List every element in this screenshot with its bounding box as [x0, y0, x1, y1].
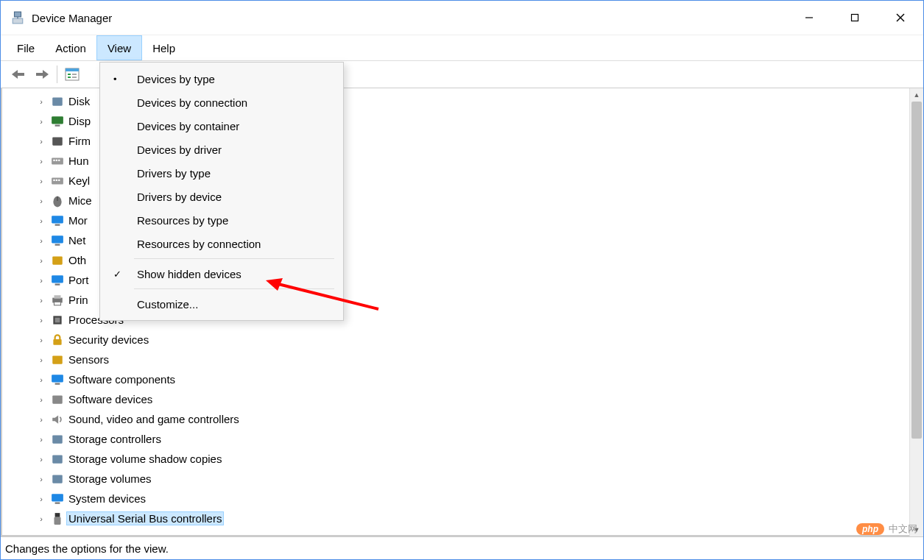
view-menu-item[interactable]: Devices by driver — [100, 138, 343, 161]
svg-rect-40 — [55, 317, 60, 322]
tree-node-label: Sensors — [68, 353, 109, 366]
view-menu-item[interactable]: Customize... — [100, 292, 343, 316]
chevron-right-icon[interactable]: › — [36, 196, 46, 205]
chevron-right-icon[interactable]: › — [36, 157, 46, 166]
view-menu-item[interactable]: Resources by connection — [100, 232, 343, 255]
scrollbar-track[interactable] — [910, 102, 923, 523]
view-menu-item[interactable]: Drivers by device — [100, 185, 343, 208]
menu-action[interactable]: Action — [45, 35, 96, 60]
chevron-right-icon[interactable]: › — [36, 177, 46, 185]
chevron-right-icon[interactable]: › — [36, 435, 46, 444]
forward-button[interactable] — [30, 64, 54, 85]
maximize-button[interactable] — [832, 1, 878, 35]
component-icon — [51, 373, 64, 386]
other-icon — [51, 254, 64, 267]
close-button[interactable] — [878, 1, 923, 35]
view-menu-item[interactable]: Resources by type — [100, 208, 343, 232]
svg-rect-35 — [55, 283, 60, 285]
chevron-right-icon[interactable]: › — [36, 375, 46, 384]
svg-rect-1 — [13, 18, 23, 24]
chevron-right-icon[interactable]: › — [36, 355, 46, 364]
tree-node[interactable]: ›Universal Serial Bus controllers — [24, 508, 909, 528]
svg-rect-17 — [55, 124, 60, 126]
menu-separator — [134, 258, 334, 259]
chevron-right-icon[interactable]: › — [36, 495, 46, 503]
tree-node-label: Software components — [68, 373, 175, 386]
chevron-right-icon[interactable]: › — [36, 276, 46, 285]
tree-node[interactable]: ›Software components — [24, 369, 909, 389]
svg-rect-26 — [58, 179, 60, 180]
chevron-right-icon[interactable]: › — [36, 216, 46, 225]
svg-rect-31 — [52, 235, 63, 243]
chevron-right-icon[interactable]: › — [36, 395, 46, 404]
tree-node-label: Storage controllers — [68, 433, 161, 445]
svg-rect-30 — [55, 224, 60, 225]
chevron-right-icon[interactable]: › — [36, 97, 46, 106]
back-button[interactable] — [7, 64, 30, 85]
tree-node-label: Disk — [68, 95, 90, 107]
volume-icon — [51, 472, 64, 486]
tree-node[interactable]: ›Sound, video and game controllers — [24, 409, 909, 429]
tree-node[interactable]: ›Sensors — [24, 350, 909, 369]
chevron-right-icon[interactable]: › — [36, 256, 46, 265]
svg-rect-43 — [52, 375, 63, 382]
view-menu-item[interactable]: •Devices by type — [100, 67, 343, 91]
svg-rect-13 — [72, 74, 77, 75]
tree-node[interactable]: ›Storage volumes — [24, 469, 909, 489]
tree-node[interactable]: ›Storage controllers — [24, 429, 909, 449]
tree-node-label: Port — [68, 274, 89, 286]
chevron-right-icon[interactable]: › — [36, 475, 46, 483]
view-menu-item[interactable]: Drivers by type — [100, 161, 343, 185]
tree-node[interactable]: ›System devices — [24, 489, 909, 508]
chevron-right-icon[interactable]: › — [36, 316, 46, 325]
keyboard-icon — [51, 174, 64, 188]
svg-rect-33 — [52, 256, 63, 264]
menu-help[interactable]: Help — [142, 35, 186, 60]
view-menu-item[interactable]: ✓Show hidden devices — [100, 262, 343, 286]
svg-rect-12 — [68, 77, 71, 78]
svg-rect-32 — [55, 244, 60, 245]
tree-node-label: Firm — [68, 135, 91, 147]
svg-rect-52 — [54, 517, 61, 524]
chevron-right-icon[interactable]: › — [36, 296, 46, 305]
chevron-right-icon[interactable]: › — [36, 336, 46, 344]
check-icon: ✓ — [113, 269, 121, 280]
chevron-right-icon[interactable]: › — [36, 236, 46, 245]
view-menu-item[interactable]: Devices by connection — [100, 91, 343, 114]
view-menu-item[interactable]: Devices by container — [100, 114, 343, 138]
menu-item-label: Devices by container — [137, 120, 239, 132]
sound-icon — [51, 413, 64, 426]
scrollbar-thumb[interactable] — [911, 102, 922, 439]
sensor-icon — [51, 353, 64, 366]
properties-button[interactable] — [60, 64, 84, 85]
vertical-scrollbar[interactable]: ▲ ▼ — [909, 88, 923, 536]
menu-view[interactable]: View — [96, 35, 142, 60]
software-icon — [51, 393, 64, 406]
tree-node[interactable]: ›Security devices — [24, 330, 909, 350]
watermark-badge: php — [856, 523, 884, 535]
tree-node-label: Universal Serial Bus controllers — [66, 511, 224, 525]
chevron-right-icon[interactable]: › — [36, 137, 46, 146]
menu-item-label: Resources by type — [137, 214, 228, 227]
chevron-right-icon[interactable]: › — [36, 455, 46, 464]
menu-file[interactable]: File — [7, 35, 45, 60]
chevron-right-icon[interactable]: › — [36, 117, 46, 126]
chevron-right-icon[interactable]: › — [36, 514, 46, 523]
tree-node[interactable]: ›Software devices — [24, 389, 909, 409]
svg-rect-50 — [55, 502, 60, 503]
chevron-right-icon[interactable]: › — [36, 415, 46, 424]
svg-rect-48 — [52, 475, 63, 483]
tree-node-label: Software devices — [68, 393, 152, 405]
svg-rect-42 — [52, 355, 63, 364]
minimize-button[interactable] — [786, 1, 832, 35]
tree-node-label: Oth — [68, 254, 86, 266]
svg-rect-10 — [66, 68, 79, 71]
menu-item-label: Devices by connection — [137, 96, 247, 109]
scroll-up-button[interactable]: ▲ — [910, 88, 923, 102]
svg-rect-44 — [55, 383, 60, 384]
printer-icon — [51, 294, 64, 307]
menu-item-label: Devices by type — [137, 73, 215, 85]
network-icon — [51, 234, 64, 247]
tree-node[interactable]: ›Storage volume shadow copies — [24, 449, 909, 469]
menu-item-label: Drivers by device — [137, 191, 222, 203]
